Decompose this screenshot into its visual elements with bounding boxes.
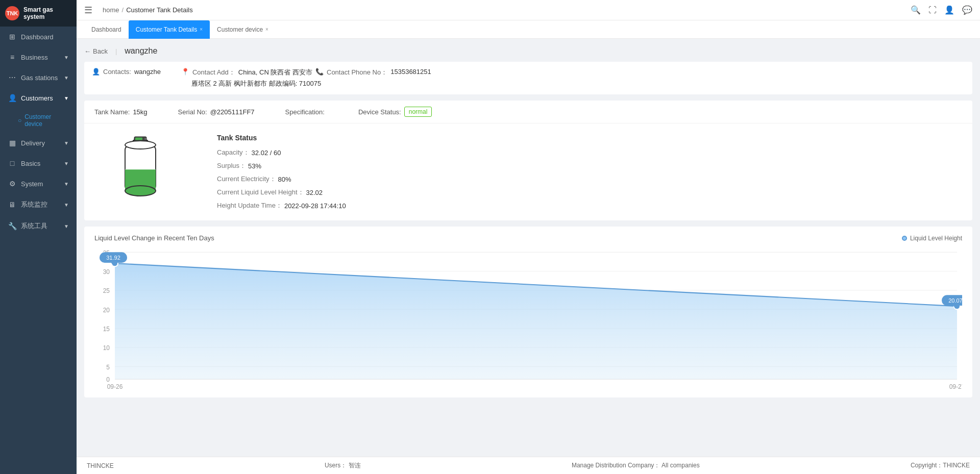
svg-text:5: 5	[106, 363, 110, 370]
svg-marker-26	[115, 263, 957, 379]
legend-label: Liquid Level Height	[910, 235, 962, 242]
sidebar-label-delivery: Delivery	[21, 139, 45, 147]
footer-users-value: 智连	[349, 462, 361, 469]
customer-device-icon: ○	[18, 117, 21, 124]
legend-dot-icon	[902, 236, 907, 241]
svg-rect-2	[144, 138, 146, 140]
contact-name-field: 👤 Contacts: wangzhe	[92, 68, 161, 76]
dashboard-icon: ⊞	[8, 33, 17, 41]
basics-arrow-icon: ▼	[64, 161, 69, 166]
location-icon: 📍	[181, 68, 189, 76]
back-button[interactable]: ← Back	[84, 47, 108, 55]
svg-point-8	[125, 141, 156, 149]
tab-customer-tank-details-close[interactable]: ×	[200, 27, 203, 32]
svg-text:09-27: 09-27	[949, 383, 962, 390]
electricity-value: 80%	[278, 176, 291, 183]
surplus-label: Surplus：	[217, 161, 246, 170]
header-icons: 🔍 ⛶ 👤 💬	[911, 5, 972, 15]
business-arrow-icon: ▼	[64, 55, 69, 60]
system-icon: ⚙	[8, 180, 17, 188]
footer-company-label: Manage Distribution Company：	[572, 462, 660, 469]
main-content: ☰ home / Customer Tank Details 🔍 ⛶ 👤 💬 D…	[77, 0, 980, 474]
svg-text:20: 20	[103, 306, 110, 313]
system-monitor-arrow-icon: ▼	[64, 202, 69, 208]
surplus-row: Surplus： 53%	[217, 161, 962, 170]
breadcrumb-separator: /	[122, 6, 124, 14]
phone-label: Contact Phone No：	[327, 68, 387, 77]
footer-users: Users： 智连	[325, 461, 361, 470]
tank-status-field: Device Status: normal	[358, 107, 432, 117]
gas-stations-icon: ⋯	[8, 73, 17, 82]
sidebar-item-dashboard[interactable]: ⊞ Dashboard	[0, 27, 77, 47]
tank-header: Tank Name: 15kg Serial No: @2205111FF7 S…	[84, 101, 972, 123]
tank-info: Tank Status Capacity： 32.02 / 60 Surplus…	[217, 134, 962, 210]
address-line2: 雁塔区 2 高新 枫叶新都市 邮政编码: 710075	[181, 79, 431, 88]
logo-icon: TNK	[5, 6, 19, 20]
contacts-label: Contacts:	[103, 68, 131, 76]
breadcrumb: home / Customer Tank Details	[103, 6, 193, 14]
tank-serial-field: Serial No: @2205111FF7	[178, 108, 255, 116]
sidebar-label-system-monitor: 系统监控	[21, 200, 47, 209]
sidebar-label-basics: Basics	[21, 160, 40, 167]
top-header: ☰ home / Customer Tank Details 🔍 ⛶ 👤 💬	[77, 0, 980, 20]
phone-icon: 📞	[315, 68, 324, 76]
tank-status-title: Tank Status	[217, 134, 962, 142]
sidebar: TNK Smart gas system ⊞ Dashboard ≡ Busin…	[0, 0, 77, 474]
tank-illustration	[94, 136, 186, 209]
address-label: Contact Add：	[192, 68, 235, 77]
chart-section: Liquid Level Change in Recent Ten Days L…	[84, 227, 972, 397]
liquid-level-value: 32.02	[306, 189, 323, 196]
basics-icon: □	[8, 159, 17, 167]
footer-users-label: Users：	[325, 462, 347, 469]
gas-stations-arrow-icon: ▼	[64, 75, 69, 81]
sidebar-item-business[interactable]: ≡ Business ▼	[0, 47, 77, 67]
system-arrow-icon: ▼	[64, 181, 69, 187]
svg-text:15: 15	[103, 326, 110, 333]
tank-spec-field: Specification:	[285, 108, 328, 116]
sidebar-item-system[interactable]: ⚙ System ▼	[0, 173, 77, 194]
tab-dashboard[interactable]: Dashboard	[84, 20, 129, 39]
footer-company-value: All companies	[662, 462, 700, 469]
sidebar-label-business: Business	[21, 54, 48, 61]
tank-spec-label: Specification:	[285, 108, 325, 116]
user-icon[interactable]: 👤	[944, 5, 954, 15]
tank-status-area: Tank Status Capacity： 32.02 / 60 Surplus…	[84, 123, 972, 220]
sidebar-label-customers: Customers	[21, 94, 53, 102]
chart-legend: Liquid Level Height	[902, 235, 962, 242]
tank-serial-value: @2205111FF7	[210, 108, 255, 116]
sidebar-item-gas-stations[interactable]: ⋯ Gas stations ▼	[0, 67, 77, 88]
hamburger-button[interactable]: ☰	[84, 5, 92, 16]
message-icon[interactable]: 💬	[962, 5, 972, 15]
sidebar-item-system-monitor[interactable]: 🖥 系统监控 ▼	[0, 194, 77, 215]
sidebar-item-basics[interactable]: □ Basics ▼	[0, 153, 77, 173]
page-content: ← Back | wangzhe 👤 Contacts: wangzhe 📍 C…	[77, 39, 980, 457]
svg-text:30: 30	[103, 268, 110, 276]
back-label: Back	[93, 47, 108, 55]
tank-serial-label: Serial No:	[178, 108, 207, 116]
search-icon[interactable]: 🔍	[911, 5, 921, 15]
contact-address-field: 📍 Contact Add： China, CN 陕西省 西安市 📞 Conta…	[181, 68, 431, 77]
tabs-bar: Dashboard Customer Tank Details × Custom…	[77, 20, 980, 39]
footer-company: Manage Distribution Company： All compani…	[572, 461, 700, 470]
electricity-label: Current Electricity：	[217, 174, 276, 184]
update-time-label: Height Update Time：	[217, 201, 282, 210]
tab-customer-device[interactable]: Customer device ×	[210, 20, 276, 39]
fullscreen-icon[interactable]: ⛶	[928, 6, 937, 15]
svg-text:25: 25	[103, 287, 110, 294]
status-badge: normal	[404, 107, 432, 117]
svg-rect-3	[135, 137, 142, 140]
sidebar-item-system-tools[interactable]: 🔧 系统工具 ▼	[0, 215, 77, 237]
svg-text:20.07: 20.07	[948, 297, 962, 304]
system-monitor-icon: 🖥	[8, 201, 17, 209]
sidebar-item-delivery[interactable]: ▦ Delivery ▼	[0, 133, 77, 153]
sidebar-item-customer-device[interactable]: ○ Customer device	[0, 108, 77, 133]
capacity-label: Capacity：	[217, 148, 250, 157]
breadcrumb-home[interactable]: home	[103, 6, 119, 14]
update-time-row: Height Update Time： 2022-09-28 17:44:10	[217, 201, 962, 210]
sidebar-label-gas-stations: Gas stations	[21, 74, 58, 82]
sidebar-item-customers[interactable]: 👤 Customers ▼	[0, 88, 77, 108]
tab-customer-device-close[interactable]: ×	[265, 27, 268, 32]
tab-customer-tank-details[interactable]: Customer Tank Details ×	[129, 20, 210, 39]
sidebar-logo: TNK Smart gas system	[0, 0, 77, 27]
system-tools-arrow-icon: ▼	[64, 223, 69, 229]
